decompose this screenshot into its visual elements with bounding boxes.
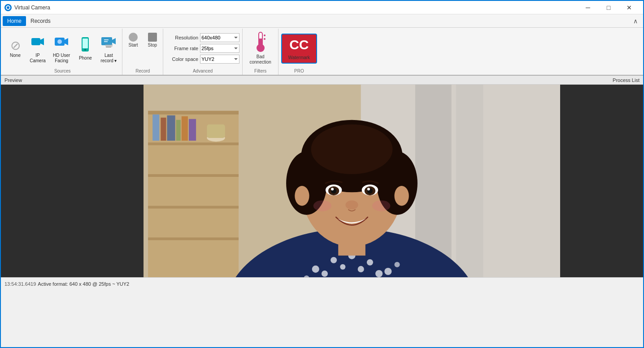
svg-rect-19 [148, 111, 239, 114]
filters-group: Badconnection Filters [243, 29, 278, 75]
svg-point-42 [375, 270, 383, 277]
title-bar: Virtual Camera ─ □ ✕ [1, 1, 643, 14]
colorspace-label: Color space [166, 56, 198, 62]
svg-point-57 [367, 188, 370, 190]
bad-connection-label: Badconnection [249, 54, 271, 65]
record-group-label: Record [125, 67, 160, 75]
watermark-button[interactable]: CC Watermark [281, 34, 317, 64]
svg-rect-23 [148, 237, 239, 240]
ribbon-collapse-button[interactable]: ∧ [630, 15, 641, 27]
ribbon-content: ⊘ None IPCamera HD UserFacing [1, 28, 643, 75]
svg-rect-28 [182, 116, 188, 141]
source-hdfacing-label: HD UserFacing [53, 53, 70, 64]
ipcamera-icon [30, 34, 46, 52]
svg-point-43 [394, 262, 400, 267]
source-lastrecord-label: Lastrecord ▾ [100, 53, 117, 64]
menu-bar: Home Records ∧ [1, 14, 643, 28]
status-bar: 13:54:31.6419 Active format: 640 x 480 @… [1, 277, 643, 290]
minimize-button[interactable]: ─ [578, 1, 598, 14]
preview-label: Preview [4, 77, 22, 83]
status-active-format: Active format: 640 x 480 @ 25fps ~ YUY2 [38, 281, 129, 287]
pro-group: CC Watermark PRO [278, 29, 319, 75]
svg-rect-24 [152, 115, 159, 141]
svg-point-49 [311, 125, 393, 174]
source-none-label: None [10, 53, 21, 58]
svg-point-34 [331, 257, 337, 263]
record-group: Start Stop Record [122, 29, 163, 75]
svg-point-3 [57, 39, 62, 44]
advanced-group: Resolution 640x480 1280x720 1920x1080 32… [163, 29, 243, 75]
thermometer-icon [254, 32, 267, 53]
menu-item-home[interactable]: Home [3, 16, 26, 26]
start-button[interactable]: Start [125, 30, 141, 50]
preview-person-svg [144, 85, 560, 277]
status-time: 13:54:31.6419 [4, 281, 36, 287]
source-none-button[interactable]: ⊘ None [5, 38, 25, 60]
stop-icon [148, 33, 157, 42]
svg-rect-27 [176, 120, 181, 141]
source-lastrecord-button[interactable]: Lastrecord ▾ [98, 32, 119, 65]
ribbon: ⊘ None IPCamera HD UserFacing [1, 28, 643, 76]
resolution-label: Resolution [166, 35, 198, 40]
cc-icon: CC [287, 37, 310, 52]
process-list-label: Process List [613, 77, 640, 83]
svg-rect-21 [148, 174, 239, 177]
pro-group-body: CC Watermark [281, 30, 317, 67]
app-icon [4, 4, 12, 11]
window-title: Virtual Camera [14, 4, 50, 11]
stop-button[interactable]: Stop [145, 30, 161, 50]
svg-point-58 [345, 200, 358, 209]
maximize-button[interactable]: □ [598, 1, 619, 14]
svg-point-62 [394, 186, 409, 206]
record-group-body: Start Stop [125, 30, 160, 67]
svg-point-36 [367, 259, 373, 266]
svg-point-37 [384, 268, 392, 275]
svg-point-7 [84, 49, 86, 51]
watermark-label: Watermark [288, 55, 310, 60]
source-ipcamera-button[interactable]: IPCamera [27, 32, 48, 65]
svg-point-39 [322, 271, 328, 277]
svg-point-40 [340, 264, 345, 270]
advanced-form: Resolution 640x480 1280x720 1920x1080 32… [166, 31, 239, 65]
none-icon: ⊘ [10, 39, 21, 52]
svg-marker-4 [65, 38, 68, 45]
lastrecord-icon [100, 34, 117, 52]
sources-group-label: Sources [5, 67, 119, 75]
sources-group-body: ⊘ None IPCamera HD UserFacing [5, 30, 119, 67]
preview-right-panel [560, 85, 643, 277]
start-icon [129, 33, 138, 42]
close-button[interactable]: ✕ [619, 1, 640, 14]
framerate-row: Frame rate 25fps 30fps 15fps 60fps [166, 44, 239, 53]
colorspace-select[interactable]: YUY2 RGB MJPEG [200, 55, 239, 64]
bad-connection-button[interactable]: Badconnection [245, 30, 275, 67]
svg-rect-13 [106, 47, 111, 47]
svg-marker-11 [112, 38, 116, 44]
source-hdfacing-button[interactable]: HD UserFacing [50, 32, 73, 65]
framerate-select[interactable]: 25fps 30fps 15fps 60fps [200, 44, 239, 53]
svg-point-60 [372, 200, 390, 211]
svg-rect-29 [189, 119, 196, 141]
source-ipcamera-label: IPCamera [30, 53, 46, 64]
resolution-select[interactable]: 640x480 1280x720 1920x1080 320x240 [200, 33, 239, 42]
source-phone-label: Phone [79, 56, 92, 61]
preview-area [1, 85, 643, 277]
resolution-row: Resolution 640x480 1280x720 1920x1080 32… [166, 33, 239, 42]
title-bar-left: Virtual Camera [4, 4, 50, 11]
svg-rect-0 [31, 38, 40, 45]
svg-point-33 [312, 266, 319, 273]
preview-left-panel [1, 85, 144, 277]
svg-marker-1 [40, 38, 44, 45]
pro-group-label: PRO [281, 67, 317, 75]
svg-rect-22 [148, 206, 239, 209]
title-bar-controls: ─ □ ✕ [578, 1, 640, 14]
advanced-group-body: Resolution 640x480 1280x720 1920x1080 32… [166, 30, 239, 67]
source-phone-button[interactable]: Phone [74, 34, 96, 62]
svg-rect-6 [83, 39, 88, 48]
filters-group-body: Badconnection [245, 30, 275, 67]
svg-point-41 [358, 266, 364, 272]
svg-rect-25 [161, 118, 166, 141]
stop-label: Stop [148, 43, 157, 47]
chevron-up-icon: ∧ [633, 17, 638, 25]
menu-item-records[interactable]: Records [26, 16, 55, 26]
svg-point-56 [331, 188, 334, 190]
